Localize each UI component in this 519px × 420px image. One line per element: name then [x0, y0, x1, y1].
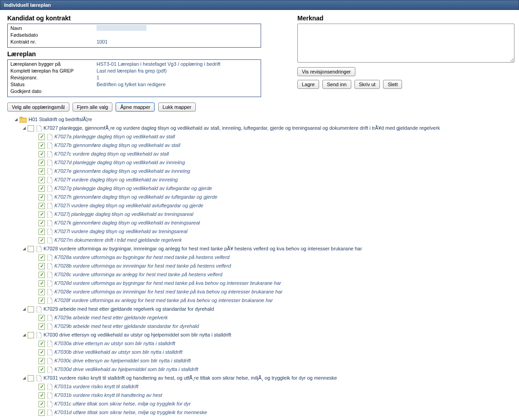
tree-leaf-k7027-6[interactable]: K7027g planleggje dagleg tilsyn og vedli… [54, 184, 212, 193]
checkbox[interactable]: ✓ [39, 142, 45, 149]
tree-leaf-k7029-1[interactable]: K7029b arbeide med hest etter gjeldande … [54, 322, 199, 331]
tree-leaf-k7027-0[interactable]: K7027a planleggje dagleg tilsyn og vedli… [54, 132, 175, 141]
tree-leaf-k7027-12[interactable]: K7027m dokumentere drift i tråd med gjel… [54, 236, 182, 244]
checkbox[interactable]: ✓ [39, 401, 45, 407]
checkbox[interactable]: ✓ [39, 298, 45, 304]
vis-revisjon-button[interactable]: Vis revisjonsendringer [297, 67, 355, 76]
checkbox[interactable]: ✓ [39, 384, 45, 390]
checkbox[interactable]: ✓ [39, 254, 45, 261]
tree-leaf-k7028-1[interactable]: K7028b vurdere utforminga av innreiingar… [54, 262, 231, 270]
tree-leaf-k7030-3[interactable]: K7030d drive vedlikehald av hjelpemiddel… [54, 365, 198, 374]
checkbox[interactable]: ✓ [39, 410, 45, 416]
tree-leaf-k7030-1[interactable]: K7030b drive vedlikehald av utstyr som b… [54, 348, 182, 357]
document-icon [36, 375, 42, 381]
tree-leaf-k7027-7[interactable]: K7027h gjennomføre dagleg tilsyn og vedl… [54, 193, 218, 201]
checkbox[interactable]: ✓ [39, 280, 45, 287]
checkbox[interactable]: ✓ [28, 375, 34, 381]
tree-leaf-k7031-1[interactable]: K7031b vurdere risiko knytt til handteri… [54, 391, 162, 400]
window-title: Individuell læreplan [0, 0, 519, 10]
document-icon [47, 202, 53, 209]
document-icon [47, 151, 53, 157]
send-inn-button[interactable]: Send inn [322, 80, 351, 89]
tree-leaf-k7027-9[interactable]: K7027j planleggje dagleg tilsyn og vedli… [54, 210, 193, 219]
skriv-ut-button[interactable]: Skriv ut [354, 80, 380, 89]
checkbox[interactable]: ✓ [39, 229, 45, 235]
checkbox[interactable]: ✓ [39, 237, 45, 244]
checkbox[interactable]: ✓ [39, 323, 45, 330]
apne-mapper-button[interactable]: Åpne mapper [116, 103, 155, 112]
checkbox[interactable]: ✓ [28, 125, 34, 132]
checkbox[interactable]: ✓ [28, 246, 34, 252]
checkbox[interactable]: ✓ [39, 289, 45, 295]
checkbox[interactable]: ✓ [39, 134, 45, 140]
tree-leaf-k7031-2[interactable]: K7031c utføre tiltak som sikrar helse, m… [54, 400, 191, 408]
checkbox[interactable]: ✓ [28, 332, 34, 338]
tree-leaf-k7027-5[interactable]: K7027f vurdere dagleg tilsyn og vedlikeh… [54, 176, 178, 184]
document-icon [36, 125, 42, 132]
tree-toggle[interactable]: ◢ [22, 331, 27, 339]
tree-leaf-k7027-11[interactable]: K7027l vurdere dagleg tilsyn og vedlikeh… [54, 227, 188, 236]
checkbox[interactable]: ✓ [39, 366, 45, 373]
tree-leaf-k7029-0[interactable]: K7029a arbeide med hest etter gjeldande … [54, 313, 168, 322]
tree-node-k7029[interactable]: K7029 arbeide med hest etter gjeldande r… [44, 305, 214, 313]
tree-leaf-k7027-8[interactable]: K7027i vurdere dagleg tilsyn og vedlikeh… [54, 201, 203, 210]
velg-alle-button[interactable]: Velg alle opplæringsmål [7, 103, 69, 112]
tree-leaf-k7028-4[interactable]: K7028e vurdere utforminga av innreiingar… [54, 288, 282, 296]
kontrakt-value: 1001 [97, 39, 107, 45]
tree-toggle[interactable]: ◢ [22, 305, 27, 313]
lukk-mapper-button[interactable]: Lukk mapper [158, 103, 196, 112]
document-icon [47, 271, 53, 278]
checkbox[interactable]: ✓ [39, 358, 45, 364]
lagre-button[interactable]: Lagre [297, 80, 319, 89]
tree-leaf-k7028-2[interactable]: K7028c vurdere utforminga av anlegg for … [54, 270, 223, 279]
document-icon [47, 383, 53, 390]
tree-leaf-k7028-5[interactable]: K7028f vurdere utforminga av anlegg for … [54, 296, 273, 305]
fjern-alle-button[interactable]: Fjern alle valg [73, 103, 112, 112]
tree-leaf-k7027-4[interactable]: K7027e gjennomføre dagleg tilsyn og vedl… [54, 167, 190, 176]
tree-leaf-k7031-0[interactable]: K7031a vurdere risiko knytt til stalldri… [54, 382, 138, 391]
checkbox[interactable]: ✓ [39, 341, 45, 347]
tree-toggle[interactable]: ◢ [22, 124, 27, 132]
checkbox[interactable]: ✓ [39, 203, 45, 209]
tree-node-k7028[interactable]: K7028 vurdere utforminga av bygningar, i… [44, 244, 362, 253]
tree-node-k7027[interactable]: K7027 planleggje, gjennomfÃ¸re og vurder… [44, 124, 440, 132]
tree-toggle[interactable]: ◢ [14, 115, 19, 124]
checkbox[interactable]: ✓ [39, 160, 45, 166]
checkbox[interactable]: ✓ [39, 220, 45, 226]
tree-leaf-k7027-3[interactable]: K7027d planleggje dagleg tilsyn og vedli… [54, 158, 185, 167]
tree-leaf-k7030-0[interactable]: K7030a drive ettersyn av utstyr som blir… [54, 339, 175, 348]
document-icon [47, 263, 53, 269]
checkbox[interactable]: ✓ [39, 177, 45, 183]
checkbox[interactable]: ✓ [39, 349, 45, 356]
merknad-textarea[interactable] [297, 24, 514, 63]
tree-leaf-k7030-2[interactable]: K7030c drive ettersyn av hjelpemiddel so… [54, 357, 191, 365]
komplett-link[interactable]: Last ned læreplan fra grep (pdf) [97, 68, 167, 74]
tree-leaf-k7027-2[interactable]: K7027c vurdere dagleg tilsyn og vedlikeh… [54, 150, 169, 158]
checkbox[interactable]: ✓ [39, 194, 45, 200]
checkbox[interactable]: ✓ [39, 392, 45, 399]
document-icon [47, 194, 53, 200]
checkbox[interactable]: ✓ [28, 306, 34, 313]
checkbox[interactable]: ✓ [39, 186, 45, 192]
tree-leaf-k7031-3[interactable]: K7031d utføre tiltak som sikrar helse, m… [54, 408, 207, 417]
checkbox[interactable]: ✓ [39, 168, 45, 175]
tree-leaf-k7028-3[interactable]: K7028d vurdere utforminga av bygningar f… [54, 279, 281, 288]
document-icon [47, 237, 53, 244]
tree-node-k7030[interactable]: K7030 drive ettersyn og vedlikehald av u… [44, 331, 231, 339]
tree-folder-h01[interactable]: H01 Stalldrift og bedriftslÃ¦re [29, 115, 92, 124]
merknad-title: Merknad [297, 15, 514, 22]
tree-leaf-k7027-1[interactable]: K7027b gjennomføre dagleg tilsyn og vedl… [54, 141, 180, 150]
checkbox[interactable]: ✓ [39, 272, 45, 278]
tree-node-k7031[interactable]: K7031 vurdere risiko knytt til stalldrif… [44, 374, 337, 382]
tree-leaf-k7027-10[interactable]: K7027k gjennomføre dagleg tilsyn og vedl… [54, 219, 200, 227]
tree-leaf-k7028-0[interactable]: K7028a vurdere utforminga av bygningar f… [54, 253, 229, 262]
checkbox[interactable]: ✓ [39, 211, 45, 218]
slett-button[interactable]: Slett [383, 80, 402, 89]
checkbox[interactable]: ✓ [39, 315, 45, 321]
tree-toggle[interactable]: ◢ [22, 244, 27, 253]
tree-toggle[interactable]: ◢ [22, 374, 27, 382]
kontrakt-label: Kontrakt nr. [10, 39, 97, 45]
bygger-value[interactable]: HST3-01 Læreplan i hestefaget Vg3 / oppl… [97, 61, 220, 68]
checkbox[interactable]: ✓ [39, 151, 45, 157]
checkbox[interactable]: ✓ [39, 263, 45, 269]
